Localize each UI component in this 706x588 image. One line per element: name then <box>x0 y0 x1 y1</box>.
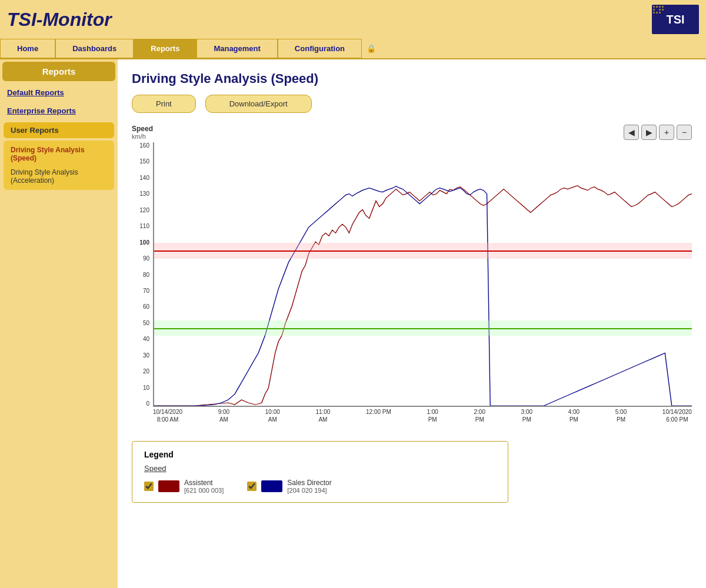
chart-zoom-out[interactable]: − <box>677 125 692 140</box>
legend-item-assistent: Assistent [621 000 003] <box>144 479 224 494</box>
x-label-0: 10/14/20208:00 AM <box>153 408 182 423</box>
y-tick-150: 150 <box>139 158 149 165</box>
nav-management[interactable]: Management <box>197 39 277 58</box>
nav-reports[interactable]: Reports <box>134 39 197 58</box>
x-label-5: 1:00PM <box>427 408 438 423</box>
legend-section-title: Speed <box>144 464 496 473</box>
y-tick-130: 130 <box>139 191 149 197</box>
y-tick-100: 100 <box>139 239 149 246</box>
y-tick-0: 0 <box>146 400 149 407</box>
x-label-6: 2:00PM <box>474 408 485 423</box>
toolbar: Print Download/Export <box>132 95 692 113</box>
x-label-8: 4:00PM <box>568 408 580 423</box>
legend-checkbox-sales-director[interactable] <box>247 482 257 491</box>
svg-rect-5 <box>662 6 664 8</box>
nav-home[interactable]: Home <box>0 39 55 58</box>
tsi-logo: TSI <box>652 5 699 34</box>
legend-checkbox-assistent[interactable] <box>144 482 154 491</box>
ref-line-100 <box>154 250 692 252</box>
layout: Reports Default Reports Enterprise Repor… <box>0 59 706 588</box>
x-label-4: 12:00 PM <box>366 408 391 423</box>
y-tick-50: 50 <box>143 320 149 326</box>
print-button[interactable]: Print <box>132 95 196 113</box>
x-label-3: 11:00AM <box>315 408 330 423</box>
main-content: Driving Style Analysis (Speed) Print Dow… <box>118 59 706 588</box>
svg-rect-8 <box>662 9 664 11</box>
download-export-button[interactable]: Download/Export <box>205 95 312 113</box>
x-label-2: 10:00AM <box>265 408 280 423</box>
x-label-7: 3:00PM <box>521 408 532 423</box>
chart-zoom-in[interactable]: + <box>659 125 674 140</box>
page-title: Driving Style Analysis (Speed) <box>132 71 692 86</box>
legend-items: Assistent [621 000 003] Sales Director [… <box>144 479 496 494</box>
legend-color-sales-director <box>261 480 282 492</box>
y-tick-40: 40 <box>143 336 149 342</box>
sidebar-title: Reports <box>2 62 115 81</box>
ref-line-50 <box>154 328 692 329</box>
svg-text:TSI: TSI <box>666 13 684 26</box>
svg-rect-9 <box>653 12 655 14</box>
x-axis: 10/14/20208:00 AM 9:00AM 10:00AM 11:00AM… <box>132 408 692 423</box>
svg-rect-3 <box>656 6 658 8</box>
y-tick-10: 10 <box>143 385 149 391</box>
sidebar-default-reports[interactable]: Default Reports <box>0 83 118 102</box>
legend-box: Legend Speed Assistent [621 000 003] Sal… <box>132 441 508 503</box>
y-axis: 160 150 140 130 120 110 100 90 80 70 60 … <box>132 142 153 407</box>
y-tick-80: 80 <box>143 272 149 278</box>
chart-wrap: 160 150 140 130 120 110 100 90 80 70 60 … <box>132 142 692 407</box>
y-tick-120: 120 <box>139 207 149 213</box>
y-tick-160: 160 <box>139 142 149 149</box>
svg-rect-2 <box>653 6 655 8</box>
app-title: TSI-Monitor <box>7 9 112 31</box>
chart-y-unit: km/h <box>132 133 153 140</box>
header: TSI-Monitor TSI <box>0 0 706 39</box>
chart-container: Speed km/h ◀ ▶ + − 160 150 140 130 120 <box>132 125 692 423</box>
chart-nav-next[interactable]: ▶ <box>641 125 657 140</box>
y-tick-70: 70 <box>143 288 149 294</box>
x-label-9: 5:00PM <box>615 408 627 423</box>
main-nav: Home Dashboards Reports Management Confi… <box>0 39 706 59</box>
legend-label-assistent: Assistent [621 000 003] <box>184 479 224 494</box>
x-label-1: 9:00AM <box>218 408 229 423</box>
svg-rect-10 <box>656 12 658 14</box>
legend-title: Legend <box>144 450 496 459</box>
sidebar-enterprise-reports[interactable]: Enterprise Reports <box>0 102 118 120</box>
nav-configuration[interactable]: Configuration <box>278 39 362 58</box>
y-tick-60: 60 <box>143 303 149 310</box>
logo-area: TSI <box>652 5 699 34</box>
legend-color-assistent <box>158 480 179 492</box>
sidebar-user-reports-title: User Reports <box>4 122 114 138</box>
chart-plot <box>153 142 692 407</box>
sidebar: Reports Default Reports Enterprise Repor… <box>0 59 118 588</box>
svg-rect-6 <box>653 9 655 11</box>
y-tick-30: 30 <box>143 352 149 359</box>
chart-svg <box>154 142 692 406</box>
legend-item-sales-director: Sales Director [204 020 194] <box>247 479 331 494</box>
nav-dashboards[interactable]: Dashboards <box>55 39 134 58</box>
sidebar-item-driving-speed[interactable]: Driving Style Analysis (Speed) <box>4 143 114 165</box>
chart-nav-controls: ◀ ▶ + − <box>624 125 692 140</box>
y-tick-90: 90 <box>143 255 149 262</box>
chart-y-label: Speed <box>132 125 153 133</box>
chart-header: Speed km/h ◀ ▶ + − <box>132 125 692 140</box>
y-tick-20: 20 <box>143 368 149 375</box>
svg-rect-4 <box>659 6 661 8</box>
y-tick-140: 140 <box>139 175 149 181</box>
y-tick-110: 110 <box>139 223 149 229</box>
sidebar-item-driving-accel[interactable]: Driving Style Analysis (Acceleration) <box>4 165 114 188</box>
svg-rect-7 <box>659 9 661 11</box>
legend-label-sales-director: Sales Director [204 020 194] <box>287 479 331 494</box>
sidebar-user-reports-list: Driving Style Analysis (Speed) Driving S… <box>4 141 114 190</box>
svg-rect-11 <box>659 12 661 14</box>
x-label-10: 10/14/20206:00 PM <box>662 408 692 423</box>
chart-nav-prev[interactable]: ◀ <box>624 125 639 140</box>
lock-icon: 🔒 <box>362 39 381 58</box>
